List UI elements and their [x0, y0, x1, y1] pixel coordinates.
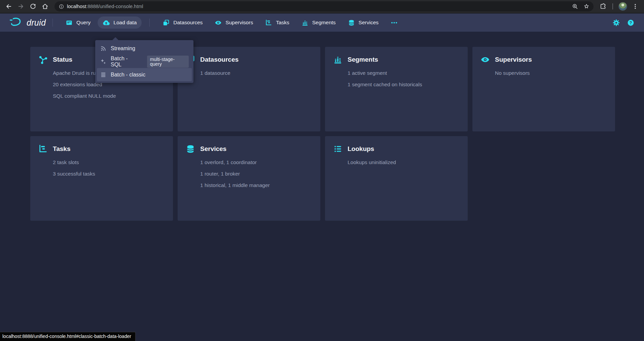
bar-chart-icon [301, 19, 309, 26]
back-button[interactable] [3, 1, 14, 12]
extensions-button[interactable] [598, 1, 608, 12]
browser-menu-button[interactable] [630, 1, 641, 12]
druid-navbar: druid Query Load data Datasources Superv… [0, 13, 644, 32]
card-line: No supervisors [495, 70, 607, 76]
toolbar-divider [612, 3, 613, 9]
avatar[interactable] [618, 2, 627, 11]
brand-wordmark: druid [27, 18, 46, 28]
stacked-lines-icon [100, 71, 107, 78]
nav-label: Tasks [276, 20, 289, 26]
home-icon [42, 3, 48, 10]
card-lookups[interactable]: Lookups Lookups uninitialized [325, 136, 468, 221]
browser-toolbar: localhost:8888/unified-console.html [0, 0, 644, 13]
help-icon[interactable] [627, 19, 635, 27]
nav-divider [149, 19, 150, 27]
menu-item-batch-classic[interactable]: Batch - classic [97, 68, 192, 81]
bar-chart-icon [333, 55, 343, 64]
eye-icon [480, 55, 490, 64]
card-title: Services [200, 145, 226, 153]
card-line: 3 successful tasks [53, 170, 165, 177]
card-line: 1 router, 1 broker [200, 170, 312, 177]
nav-divider [52, 19, 53, 27]
reload-icon [30, 3, 36, 10]
nav-label: Query [76, 20, 91, 26]
bookmark-star-icon[interactable] [583, 3, 589, 9]
nav-label: Segments [312, 20, 336, 26]
eye-icon [215, 19, 222, 26]
database-icon [186, 144, 195, 154]
druid-brand[interactable]: druid [6, 17, 46, 28]
card-services[interactable]: Services 1 overlord, 1 coordinator 1 rou… [178, 136, 320, 221]
druid-logo-icon [9, 17, 24, 28]
menu-item-batch-sql[interactable]: Batch - SQL multi-stage-query [97, 55, 192, 68]
card-line: SQL compliant NULL mode [53, 93, 165, 99]
card-line: 1 active segment [348, 70, 460, 76]
network-nodes-icon [38, 55, 48, 64]
card-title: Lookups [348, 145, 374, 153]
console-icon [66, 19, 73, 26]
forward-button[interactable] [15, 1, 26, 12]
card-title: Datasources [200, 56, 239, 63]
card-segments[interactable]: Segments 1 active segment 1 segment cach… [325, 47, 468, 131]
menu-item-label: Batch - classic [111, 72, 145, 78]
menu-item-label: Streaming [111, 45, 135, 52]
feed-icon [100, 45, 107, 52]
nav-item-services[interactable]: Services [343, 17, 384, 29]
menu-item-label: Batch - SQL [111, 56, 140, 68]
back-icon [5, 3, 12, 10]
card-line: 1 segment cached on historicals [348, 81, 460, 88]
sparkles-icon [100, 58, 107, 65]
nav-item-supervisors[interactable]: Supervisors [210, 17, 258, 29]
cloud-upload-icon [103, 19, 110, 26]
url-host: localhost [67, 4, 86, 9]
load-data-menu: Streaming Batch - SQL multi-stage-query … [95, 40, 193, 83]
card-title: Status [53, 56, 72, 63]
nav-label: Supervisors [225, 20, 253, 26]
card-tasks[interactable]: Tasks 2 task slots 3 successful tasks [30, 136, 173, 221]
gantt-icon [38, 144, 48, 154]
menu-item-badge: multi-stage-query [147, 56, 189, 68]
card-line: Lookups uninitialized [348, 159, 460, 166]
stacked-squares-icon [163, 19, 170, 26]
nav-label: Datasources [173, 20, 203, 26]
nav-item-load-data[interactable]: Load data [98, 17, 142, 29]
nav-label: Services [359, 20, 379, 26]
card-line: 2 task slots [53, 159, 165, 166]
card-title: Supervisors [495, 56, 532, 63]
home-button[interactable] [40, 1, 50, 12]
nav-item-datasources[interactable]: Datasources [157, 17, 208, 29]
zoom-icon[interactable] [572, 3, 578, 9]
url-path: :8888/unified-console.html [86, 4, 143, 9]
nav-item-query[interactable]: Query [61, 17, 96, 29]
card-title: Tasks [53, 145, 70, 153]
puzzle-icon [600, 3, 606, 10]
reload-button[interactable] [28, 1, 38, 12]
url-bar[interactable]: localhost:8888/unified-console.html [55, 1, 594, 11]
card-datasources[interactable]: Datasources 1 datasource [178, 47, 320, 131]
nav-item-segments[interactable]: Segments [296, 17, 341, 29]
card-title: Segments [348, 56, 378, 63]
nav-item-more[interactable] [386, 17, 403, 29]
url-text: localhost:8888/unified-console.html [67, 4, 143, 9]
kebab-menu-icon [632, 3, 639, 10]
ellipsis-icon [391, 19, 398, 26]
forward-icon [17, 3, 24, 10]
bullet-list-icon [333, 144, 343, 154]
link-preview-bubble: localhost:8888/unified-console.html#clas… [0, 332, 136, 341]
card-line: 1 overlord, 1 coordinator [200, 159, 312, 166]
gantt-icon [265, 19, 272, 26]
card-supervisors[interactable]: Supervisors No supervisors [472, 47, 615, 131]
menu-item-streaming[interactable]: Streaming [97, 42, 192, 55]
nav-item-tasks[interactable]: Tasks [260, 17, 294, 29]
nav-label: Load data [113, 20, 137, 26]
card-line: 1 historical, 1 middle manager [200, 182, 312, 189]
gear-icon[interactable] [612, 19, 620, 27]
database-icon [348, 19, 355, 26]
site-info-icon[interactable] [59, 4, 64, 9]
card-line: 1 datasource [200, 70, 312, 76]
